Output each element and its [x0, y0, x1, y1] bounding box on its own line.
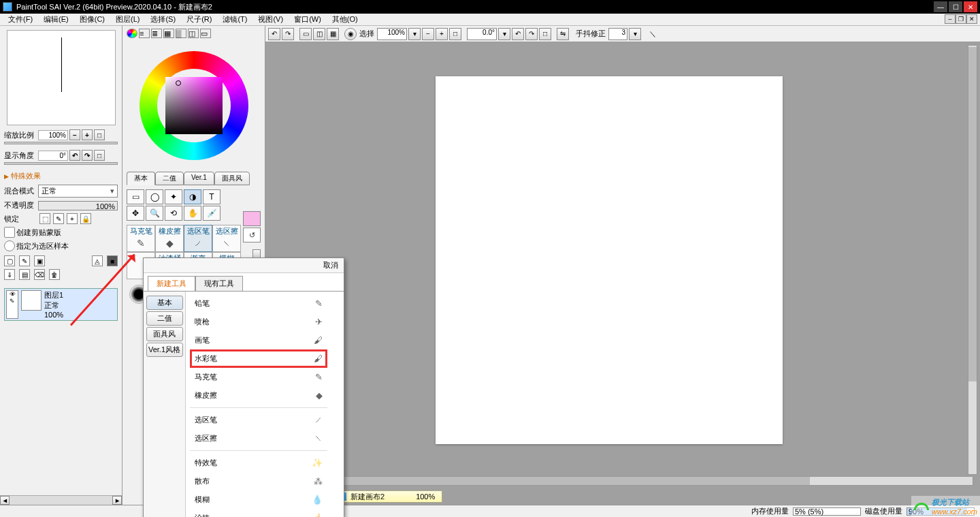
- clip-checkbox[interactable]: [4, 227, 15, 238]
- zoom-tool-icon[interactable]: 🔍: [146, 206, 163, 221]
- angle-input[interactable]: 0.0°: [467, 28, 497, 40]
- tool-blur[interactable]: 模糊💧: [190, 490, 327, 509]
- rotate-right-button[interactable]: ↷: [525, 28, 538, 40]
- color-wheel[interactable]: [122, 41, 265, 170]
- tool-brush[interactable]: 画笔🖌: [190, 331, 327, 349]
- canvas-page[interactable]: [436, 76, 783, 444]
- brush-eraser[interactable]: 橡皮擦◆: [155, 225, 184, 252]
- angle-dropdown[interactable]: ▾: [498, 28, 510, 40]
- lock-plus-icon[interactable]: +: [67, 213, 78, 224]
- popup-cancel-button[interactable]: 取消: [323, 260, 338, 270]
- clear-layer-icon[interactable]: ⌫: [34, 269, 45, 280]
- hand-tool-icon[interactable]: ✋: [184, 206, 201, 221]
- tool-marker[interactable]: 马克笔✎: [190, 368, 327, 386]
- maximize-button[interactable]: ☐: [949, 1, 962, 12]
- document-tab[interactable]: 新建画布2 100%: [331, 490, 442, 503]
- rotate-cw-button[interactable]: ↷: [82, 150, 93, 161]
- menu-ruler[interactable]: 尺子(R): [181, 13, 217, 26]
- tab-binary[interactable]: 二值: [155, 172, 184, 185]
- mdi-restore[interactable]: ❐: [956, 14, 966, 24]
- lock-pixel-icon[interactable]: ✎: [53, 213, 64, 224]
- opacity-slider[interactable]: 100%: [38, 201, 118, 210]
- new-folder-icon[interactable]: ▣: [34, 255, 45, 266]
- zoom-dropdown[interactable]: ▾: [408, 28, 421, 40]
- tab-ver1[interactable]: Ver.1: [184, 172, 214, 185]
- mdi-minimize[interactable]: –: [945, 14, 956, 24]
- angle-reset-button[interactable]: □: [94, 150, 105, 161]
- show-sel-button[interactable]: ▦: [327, 28, 339, 40]
- lasso-tool-icon[interactable]: ◯: [146, 189, 163, 204]
- rotate-ccw-button[interactable]: ↶: [69, 150, 80, 161]
- layer-item[interactable]: 👁 ✎ 图层1 正常 100%: [4, 288, 118, 321]
- brush-marker[interactable]: 马克笔✎: [127, 225, 155, 252]
- lock-none-icon[interactable]: ⬚: [39, 213, 50, 224]
- selsrc-radio[interactable]: [4, 240, 15, 251]
- layer-visibility-toggle[interactable]: 👁 ✎: [6, 290, 18, 319]
- navigator-preview[interactable]: [7, 30, 116, 125]
- menu-select[interactable]: 选择(S): [145, 13, 181, 26]
- zoom-input[interactable]: 100%: [377, 28, 407, 40]
- zoom-out-button[interactable]: −: [69, 129, 80, 140]
- blend-combo[interactable]: 正常: [38, 185, 118, 198]
- flatten-icon[interactable]: ▤: [19, 269, 30, 280]
- zoom-minus-button[interactable]: −: [422, 28, 434, 40]
- wand-tool-icon[interactable]: ✦: [165, 189, 182, 204]
- marquee-tool-icon[interactable]: ▭: [127, 189, 144, 204]
- redo-button[interactable]: ↷: [282, 28, 294, 40]
- scratch-mode-icon[interactable]: ◫: [188, 29, 199, 38]
- stabilizer-input[interactable]: 3: [608, 28, 627, 40]
- menu-other[interactable]: 其他(O): [327, 13, 363, 26]
- popup-tab-existing[interactable]: 现有工具: [195, 276, 243, 291]
- minimize-button[interactable]: —: [934, 1, 947, 12]
- hsv-mode-icon[interactable]: ≣: [151, 29, 162, 38]
- gray-mode-icon[interactable]: ▦: [163, 29, 174, 38]
- cat-basic[interactable]: 基本: [146, 296, 183, 310]
- invert-sel-button[interactable]: ◫: [313, 28, 325, 40]
- tool-pencil[interactable]: 铅笔✎: [190, 294, 327, 313]
- menu-file[interactable]: 文件(F): [3, 13, 38, 26]
- new-linework-icon[interactable]: ✎: [19, 255, 30, 266]
- tool-airbrush[interactable]: 喷枪✈: [190, 313, 327, 331]
- transform-icon[interactable]: ◬: [92, 255, 103, 266]
- cat-ver1[interactable]: Ver.1风格: [146, 343, 183, 357]
- cat-binary[interactable]: 二值: [146, 311, 183, 326]
- brush-seleraser[interactable]: 选区擦⟍: [212, 225, 241, 252]
- shape-tool-icon[interactable]: ◑: [184, 189, 201, 204]
- menu-image[interactable]: 图像(C): [74, 13, 110, 26]
- tool-smudge[interactable]: 涂抹☝: [190, 509, 327, 517]
- merge-down-icon[interactable]: ⇓: [4, 269, 15, 280]
- stabilizer-dropdown[interactable]: ▾: [629, 28, 641, 40]
- flip-h-button[interactable]: ⇋: [557, 28, 569, 40]
- history-mode-icon[interactable]: ▭: [200, 29, 211, 38]
- angle-slider[interactable]: [4, 162, 118, 165]
- zoom-plus-button[interactable]: +: [436, 28, 448, 40]
- h-scrollbar[interactable]: [342, 476, 973, 486]
- new-layer-icon[interactable]: ▢: [4, 255, 15, 266]
- cat-mask[interactable]: 面具风: [146, 327, 183, 341]
- tool-selpen[interactable]: 选区笔⟋: [190, 411, 327, 429]
- fg-swatch[interactable]: [243, 211, 261, 226]
- tool-eraser[interactable]: 橡皮擦◆: [190, 386, 327, 405]
- left-scrollbar[interactable]: ◂▸: [0, 495, 122, 505]
- canvas-viewport[interactable]: 100% 新建画布2 100%: [265, 42, 980, 505]
- close-button[interactable]: ✕: [964, 1, 977, 12]
- angle-fit-button[interactable]: □: [539, 28, 551, 40]
- popup-tab-new[interactable]: 新建工具: [148, 276, 195, 291]
- lock-all-icon[interactable]: 🔒: [80, 213, 91, 224]
- tool-seleraser[interactable]: 选区擦⟍: [190, 429, 327, 448]
- v-scrollbar[interactable]: [968, 45, 977, 475]
- sel-mode-icon[interactable]: ◉: [344, 28, 357, 40]
- zoom-slider[interactable]: [4, 142, 118, 144]
- sv-square[interactable]: [165, 77, 223, 134]
- tool-watercolor[interactable]: 水彩笔🖌: [190, 349, 327, 368]
- brush-selpen[interactable]: 选区笔⟋: [184, 225, 212, 252]
- text-tool-icon[interactable]: T: [203, 189, 220, 204]
- eyedropper-tool-icon[interactable]: 💉: [203, 206, 220, 221]
- menu-edit[interactable]: 编辑(E): [38, 13, 74, 26]
- zoom-value[interactable]: 100%: [38, 130, 68, 140]
- tool-fx[interactable]: 特效笔✨: [190, 454, 327, 472]
- wheel-mode-icon[interactable]: [127, 29, 137, 38]
- delete-layer-icon[interactable]: 🗑: [49, 269, 60, 280]
- swatch-mode-icon[interactable]: ▒: [176, 29, 186, 38]
- zoom-reset-button[interactable]: □: [94, 129, 105, 140]
